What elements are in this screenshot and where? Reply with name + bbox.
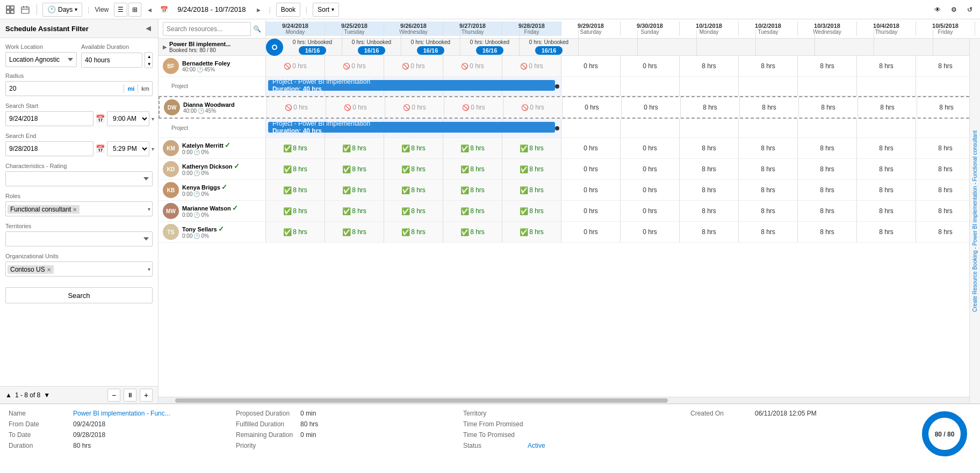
resource-details: Katelyn Merritt ✓ 0:00 🕐 0% [182, 141, 230, 155]
collapse-btn[interactable]: ◄ [144, 24, 153, 33]
char-rating-label: Characteristics - Rating [5, 163, 153, 169]
search-start-date[interactable] [5, 111, 93, 126]
search-resources-input[interactable] [163, 22, 251, 36]
zoom-in-btn[interactable]: + [140, 389, 153, 402]
ban-icon: 🚫 [343, 63, 350, 70]
search-end-date[interactable] [5, 141, 93, 156]
check-circle-icon: ✅ [401, 207, 410, 215]
date-range: 9/24/2018 - 10/7/2018 [173, 5, 250, 13]
pause-btn[interactable]: ⏸ [124, 389, 136, 402]
avatar: BF [163, 58, 179, 74]
donut-chart: 80 / 80 [920, 410, 969, 458]
next-page-btn[interactable]: ▼ [44, 391, 50, 399]
resource-cell: 8 hrs [857, 222, 916, 242]
resource-cell: ✅ 8 hrs [266, 201, 325, 221]
check-circle-icon: ✅ [520, 228, 528, 236]
resource-info: DW Dianna Woodward 40:00 🕐 45% [160, 97, 267, 118]
resource-row[interactable]: TS Tony Sellars ✓ 0:00 🕐 0% ✅ 8 hrs✅ 8 h… [158, 222, 980, 243]
resource-cells: 🚫 0 hrs🚫 0 hrs🚫 0 hrs🚫 0 hrs🚫 0 hrs0 hrs… [267, 97, 979, 118]
resource-row[interactable]: DW Dianna Woodward 40:00 🕐 45% 🚫 0 hrs🚫 … [158, 96, 980, 119]
resource-cell: 8 hrs [799, 97, 858, 118]
check-circle-icon: ✅ [283, 186, 292, 194]
prev-page-btn[interactable]: ▲ [5, 391, 12, 399]
booking-bar[interactable]: Project - Power BI ImplementationDuratio… [268, 80, 555, 91]
resource-row[interactable]: MW Marianne Watson ✓ 0:00 🕐 0% ✅ 8 hrs✅ … [158, 201, 980, 222]
territories-section: Territories [5, 223, 153, 246]
spin-down-btn[interactable]: ▼ [145, 60, 153, 68]
project-header: ▶ Power BI implement... Booked hrs: 80 /… [158, 39, 980, 56]
name-value[interactable]: Power BI implementation - Func... [73, 410, 170, 417]
booking-label: Project - Power BI ImplementationDuratio… [272, 80, 370, 91]
work-location-row: Work Location Location Agnostic Availabl… [5, 43, 153, 68]
status-value[interactable]: Active [528, 442, 545, 449]
horizontal-scrollbar[interactable] [158, 397, 980, 403]
org-units-label: Organizational Units [5, 253, 153, 259]
resource-row[interactable]: BF Bernadette Foley 40:00 🕐 45% 🚫 0 hrs🚫… [158, 56, 980, 77]
schedule-scroll[interactable]: BF Bernadette Foley 40:00 🕐 45% 🚫 0 hrs🚫… [158, 56, 980, 397]
schedule-icon[interactable] [19, 4, 31, 16]
hours-avail: ✅ 8 hrs [342, 228, 366, 236]
booking-empty-cell [798, 77, 857, 96]
remaining-dur-value: 0 min [300, 431, 316, 439]
search-end-section: Search End 📅 5:29 PM ▾ [5, 133, 153, 156]
org-units-tag: Contoso US ✕ [8, 265, 54, 274]
search-start-cal-icon[interactable]: 📅 [96, 114, 105, 123]
right-sidebar-create[interactable]: Create Resource Booking - Power BI imple… [969, 39, 980, 403]
search-icon[interactable]: 🔍 [253, 25, 261, 33]
proj-expand-btn[interactable]: ▶ [163, 44, 167, 50]
roles-tag-wrap[interactable]: Functional consultant ✕ ▾ [5, 201, 153, 216]
resource-row[interactable]: KB Kenya Briggs ✓ 0:00 🕐 0% ✅ 8 hrs✅ 8 h… [158, 180, 980, 201]
org-units-tag-remove[interactable]: ✕ [47, 267, 51, 273]
left-panel: Schedule Assistant Filter ◄ Work Locatio… [0, 19, 158, 403]
zoom-out-btn[interactable]: − [107, 389, 120, 402]
grid-view-btn[interactable]: ⊞ [128, 3, 141, 17]
book-button[interactable]: Book [276, 3, 300, 17]
right-sidebar-label: Create Resource Booking - Power BI imple… [972, 126, 978, 316]
settings-btn[interactable]: ⚙ [948, 4, 960, 16]
prev-period-btn[interactable]: ◂ [145, 4, 155, 15]
hours-plain: 8 hrs [820, 165, 834, 173]
territories-wrap [5, 231, 153, 246]
resource-cell: 🚫 0 hrs [326, 97, 385, 118]
work-location-label: Work Location [5, 43, 77, 50]
search-end-time[interactable]: 5:29 PM [107, 141, 149, 156]
resource-cell: 🚫 0 hrs [267, 97, 326, 118]
roles-tag-remove[interactable]: ✕ [73, 207, 77, 213]
check-circle-icon: ✅ [342, 144, 351, 152]
sort-button[interactable]: Sort ▾ [313, 3, 339, 17]
roles-tag: Functional consultant ✕ [8, 205, 80, 214]
zoom-controls: − ⏸ + [107, 389, 153, 402]
resource-row[interactable]: KM Katelyn Merritt ✓ 0:00 🕐 0% ✅ 8 hrs✅ … [158, 138, 980, 159]
check-circle-icon: ✅ [520, 165, 528, 173]
check-circle-icon: ✅ [520, 207, 528, 215]
territories-select[interactable] [5, 231, 153, 246]
org-units-tag-wrap[interactable]: Contoso US ✕ ▾ [5, 261, 153, 276]
resource-meta: 0:00 🕐 0% [182, 149, 230, 155]
ban-icon: 🚫 [285, 104, 292, 111]
calendar-icon[interactable]: 📅 [158, 4, 170, 16]
refresh-btn[interactable]: ↺ [964, 4, 976, 16]
spin-up-btn[interactable]: ▲ [145, 53, 153, 60]
resource-row[interactable]: KD Katheryn Dickson ✓ 0:00 🕐 0% ✅ 8 hrs✅… [158, 159, 980, 180]
next-period-btn[interactable]: ▸ [254, 4, 264, 15]
check-circle-icon: ✅ [460, 228, 469, 236]
time-from-row: Time From Promised [463, 420, 680, 428]
search-end-cal-icon[interactable]: 📅 [96, 144, 105, 153]
chevron-down-icon: ▾ [75, 6, 77, 12]
work-location-select[interactable]: Location Agnostic [5, 52, 77, 67]
booking-bar[interactable]: Project - Power BI ImplementationDuratio… [268, 122, 555, 133]
resource-cell: 8 hrs [739, 56, 798, 76]
search-button[interactable]: Search [5, 287, 153, 303]
days-button[interactable]: 🕐 Days ▾ [42, 3, 82, 17]
km-btn[interactable]: km [138, 84, 153, 93]
visibility-btn[interactable]: 👁 [932, 4, 943, 16]
char-rating-select[interactable] [5, 171, 153, 186]
mi-btn[interactable]: mi [124, 84, 138, 93]
grid-icon[interactable] [4, 4, 16, 16]
resource-cell: 8 hrs [798, 180, 857, 200]
avail-duration-input[interactable] [81, 53, 142, 68]
avatar: KB [163, 182, 179, 198]
hours-zero: 🚫 0 hrs [462, 104, 485, 111]
search-start-time[interactable]: 9:00 AM [107, 111, 149, 126]
list-view-btn[interactable]: ☰ [114, 3, 127, 17]
